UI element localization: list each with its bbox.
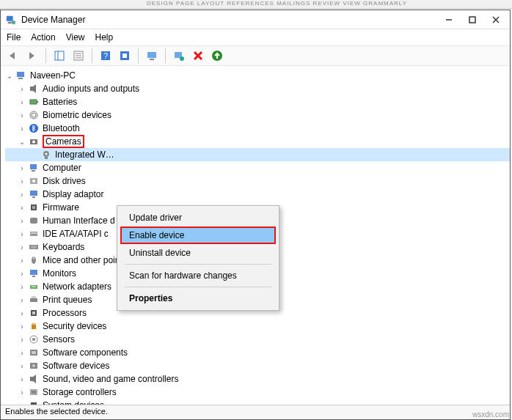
sound-icon	[28, 373, 40, 385]
disk-icon	[28, 175, 40, 187]
expand-icon[interactable]: ›	[18, 322, 26, 331]
expand-icon[interactable]: ›	[18, 401, 26, 405]
forward-button[interactable]	[24, 48, 40, 64]
tree-item[interactable]: ›Audio inputs and outputs	[5, 82, 510, 95]
tree-item[interactable]: ›Disk drives	[5, 174, 510, 188]
svg-rect-36	[45, 157, 48, 159]
tree-item[interactable]: ›Sensors	[5, 333, 510, 346]
svg-point-2	[12, 20, 15, 23]
expand-icon[interactable]: ›	[18, 348, 26, 357]
cpu-icon	[28, 307, 40, 319]
menu-action[interactable]: Action	[31, 32, 55, 43]
menu-file[interactable]: File	[7, 32, 21, 43]
tree-item[interactable]: ›Batteries	[5, 95, 510, 108]
menu-view[interactable]: View	[66, 32, 85, 43]
expand-icon[interactable]: ›	[18, 256, 26, 265]
context-enable-device[interactable]: Enable device	[120, 226, 276, 244]
expand-icon[interactable]: ›	[18, 177, 26, 185]
svg-point-63	[32, 338, 35, 341]
toolbar-separator	[92, 48, 92, 63]
menu-help[interactable]: Help	[95, 32, 114, 43]
minimize-button[interactable]	[444, 15, 454, 25]
webcam-icon	[40, 149, 52, 161]
sensor-icon	[28, 334, 40, 345]
svg-rect-38	[32, 170, 35, 172]
svg-rect-25	[18, 78, 23, 79]
expand-icon[interactable]: ›	[18, 243, 26, 251]
expand-icon[interactable]: ›	[18, 124, 26, 133]
back-button[interactable]	[5, 48, 21, 64]
tree-item[interactable]: ⌄Cameras	[5, 135, 510, 148]
tree-item[interactable]: ›Bluetooth	[5, 122, 510, 135]
expand-icon[interactable]: ›	[18, 216, 26, 225]
enable-button[interactable]	[209, 48, 225, 64]
monitor-icon	[28, 268, 40, 279]
tree-item-label: Monitors	[43, 268, 76, 279]
svg-rect-58	[32, 296, 36, 298]
tree-item-label: System devices	[43, 400, 104, 405]
collapse-icon[interactable]: ⌄	[18, 137, 26, 146]
tree-item[interactable]: ›Software devices	[5, 359, 510, 372]
tree-item[interactable]: Integrated W…	[5, 148, 510, 161]
show-hidden-button[interactable]	[51, 48, 67, 64]
expand-icon[interactable]: ›	[18, 97, 26, 106]
svg-rect-60	[32, 312, 35, 314]
collapse-icon[interactable]: ⌄	[5, 71, 14, 80]
computer-icon	[15, 70, 27, 81]
tree-item-label: Disk drives	[43, 176, 86, 186]
svg-rect-18	[150, 59, 154, 60]
expand-icon[interactable]: ›	[18, 335, 26, 344]
expand-icon[interactable]: ›	[18, 269, 26, 278]
expand-icon[interactable]: ›	[18, 84, 26, 93]
svg-point-67	[32, 364, 35, 367]
svg-rect-61	[32, 325, 36, 329]
titlebar: Device Manager	[1, 10, 510, 29]
properties-button[interactable]	[70, 48, 87, 64]
expand-icon[interactable]: ›	[18, 295, 26, 304]
tree-item[interactable]: ›Display adaptor	[5, 188, 510, 201]
context-update-driver[interactable]: Update driver	[119, 209, 277, 226]
tree-item[interactable]: ›System devices	[5, 399, 510, 405]
tree-item[interactable]: ›Security devices	[5, 320, 510, 333]
help-button[interactable]: ?	[98, 48, 114, 64]
svg-rect-4	[469, 17, 475, 23]
expand-icon[interactable]: ›	[18, 111, 26, 119]
maximize-button[interactable]	[467, 15, 478, 25]
context-properties[interactable]: Properties	[119, 290, 277, 307]
camera-icon	[28, 136, 40, 147]
svg-rect-26	[30, 86, 33, 91]
expand-icon[interactable]: ›	[18, 361, 26, 370]
scan-hardware-button[interactable]	[171, 48, 187, 64]
expand-icon[interactable]: ›	[18, 388, 26, 397]
tree-item[interactable]: ›Biometric devices	[5, 108, 510, 122]
menubar: File Action View Help	[1, 29, 510, 45]
expand-icon[interactable]: ›	[18, 163, 26, 172]
uninstall-button[interactable]	[190, 48, 206, 64]
tree-item-label: Human Interface d	[43, 215, 115, 226]
tree-item-label: Cameras	[43, 135, 84, 148]
close-button[interactable]	[491, 15, 501, 25]
context-scan-hardware[interactable]: Scan for hardware changes	[119, 267, 277, 284]
tree-item-label: Batteries	[43, 97, 77, 107]
tree-item-label: Keyboards	[43, 242, 84, 252]
expand-icon[interactable]: ›	[18, 375, 26, 383]
tree-root[interactable]: ⌄ Naveen-PC	[5, 69, 510, 82]
tree-item[interactable]: ›Software components	[5, 346, 510, 359]
svg-rect-0	[7, 15, 13, 21]
expand-icon[interactable]: ›	[18, 203, 26, 212]
expand-icon[interactable]: ›	[18, 229, 26, 238]
expand-icon[interactable]: ›	[18, 190, 26, 199]
tree-item[interactable]: ›Storage controllers	[5, 386, 510, 399]
tree-item[interactable]: ›Computer	[5, 161, 510, 174]
svg-point-33	[32, 141, 35, 144]
context-uninstall-device[interactable]: Uninstall device	[119, 244, 277, 262]
expand-icon[interactable]: ›	[18, 282, 26, 291]
tree-item-label: Security devices	[43, 321, 106, 331]
window-title: Device Manager	[21, 15, 444, 25]
update-driver-button[interactable]	[144, 48, 160, 64]
expand-icon[interactable]: ›	[18, 309, 26, 317]
toolbar-separator	[138, 48, 139, 63]
device-tree[interactable]: ⌄ Naveen-PC ›Audio inputs and outputs›Ba…	[1, 66, 510, 405]
tree-item[interactable]: ›Sound, video and game controllers	[5, 372, 510, 386]
refresh-button[interactable]	[117, 48, 133, 64]
